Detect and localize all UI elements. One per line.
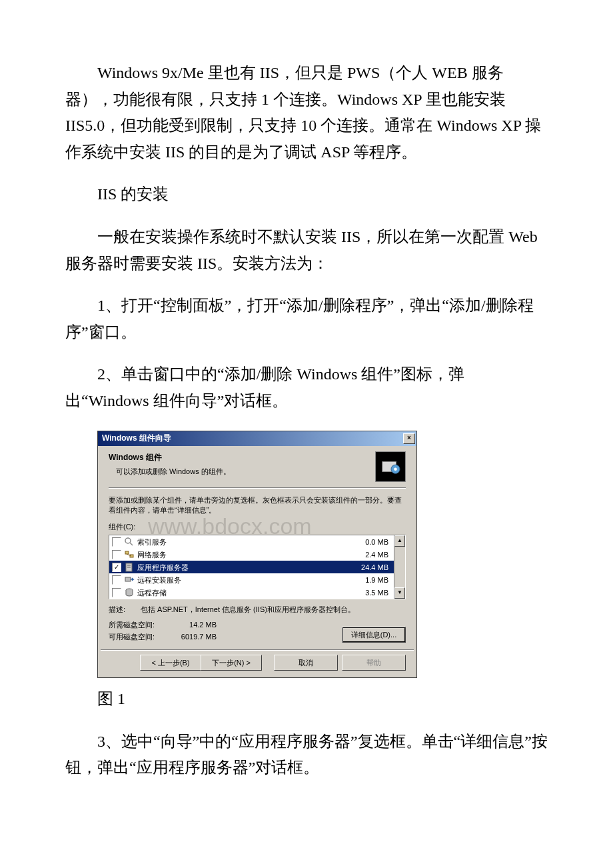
- next-button[interactable]: 下一步(N) >: [201, 655, 262, 671]
- paragraph-2-heading: IIS 的安装: [65, 181, 548, 208]
- dialog-subheading: 可以添加或删除 Windows 的组件。: [109, 465, 231, 477]
- details-button[interactable]: 详细信息(D)...: [342, 627, 406, 643]
- paragraph-5: 2、单击窗口中的“添加/删除 Windows 组件”图标，弹出“Windows …: [65, 361, 548, 414]
- close-button[interactable]: ×: [403, 433, 415, 444]
- svg-point-2: [394, 467, 397, 471]
- description-label: 描述:: [109, 603, 141, 615]
- scroll-up-button[interactable]: ▲: [394, 535, 405, 547]
- svg-rect-9: [127, 565, 131, 566]
- dialog-title: Windows 组件向导: [102, 432, 171, 445]
- components-label: 组件(C):: [109, 521, 406, 533]
- item-size: 0.0 MB: [348, 536, 391, 548]
- item-size: 2.4 MB: [348, 549, 391, 561]
- description-text: 包括 ASP.NET，Internet 信息服务 (IIS)和应用程序服务器控制…: [141, 603, 406, 615]
- cancel-button[interactable]: 取消: [274, 655, 338, 671]
- svg-rect-10: [127, 567, 131, 568]
- checkbox-unchecked[interactable]: [112, 550, 121, 559]
- network-icon: [124, 550, 135, 559]
- dialog-image: Windows 组件向导 × Windows 组件 可以添加或删除 Window…: [97, 431, 417, 678]
- item-size: 1.9 MB: [348, 574, 391, 586]
- storage-icon: [124, 588, 135, 597]
- help-button[interactable]: 帮助: [342, 655, 406, 671]
- scrollbar[interactable]: ▲ ▼: [394, 535, 405, 599]
- back-button[interactable]: < 上一步(B): [140, 655, 201, 671]
- checkbox-unchecked[interactable]: [112, 575, 121, 585]
- svg-rect-5: [125, 551, 129, 554]
- svg-line-4: [130, 543, 133, 545]
- item-label: 网络服务: [137, 549, 348, 561]
- figure-caption: 图 1: [65, 686, 548, 713]
- checkbox-unchecked[interactable]: [112, 588, 121, 597]
- item-label: 远程安装服务: [137, 574, 348, 586]
- checkbox-unchecked[interactable]: [112, 537, 121, 547]
- paragraph-1: Windows 9x/Me 里也有 IIS，但只是 PWS（个人 WEB 服务器…: [65, 60, 548, 165]
- windows-components-wizard-dialog: Windows 组件向导 × Windows 组件 可以添加或删除 Window…: [97, 431, 417, 678]
- list-item-indexing[interactable]: 索引服务 0.0 MB: [109, 535, 394, 548]
- magnifier-icon: [124, 537, 135, 547]
- space-free-label: 可用磁盘空间:: [109, 631, 157, 643]
- wizard-icon: [375, 451, 406, 482]
- scroll-down-button[interactable]: ▼: [394, 587, 405, 599]
- svg-rect-11: [125, 577, 131, 581]
- list-item-app-server[interactable]: ✓ 应用程序服务器 24.4 MB: [109, 561, 394, 573]
- list-item-remote-storage[interactable]: 远程存储 3.5 MB: [109, 586, 394, 599]
- item-label: 远程存储: [137, 587, 348, 599]
- server-icon: [124, 563, 135, 572]
- dialog-titlebar: Windows 组件向导 ×: [98, 431, 416, 446]
- space-required-label: 所需磁盘空间:: [109, 619, 157, 631]
- svg-point-3: [125, 538, 131, 543]
- paragraph-4: 1、打开“控制面板”，打开“添加/删除程序”，弹出“添加/删除程序”窗口。: [65, 293, 548, 345]
- item-label: 应用程序服务器: [137, 561, 348, 573]
- list-item-remote-install[interactable]: 远程安装服务 1.9 MB: [109, 573, 394, 586]
- paragraph-3: 一般在安装操作系统时不默认安装 IIS，所以在第一次配置 Web 服务器时需要安…: [65, 224, 548, 277]
- space-required-value: 14.2 MB: [157, 619, 217, 631]
- dialog-instructions: 要添加或删除某个组件，请单击旁边的复选框。灰色框表示只会安装该组件的一部分。要查…: [109, 495, 406, 516]
- dialog-heading: Windows 组件: [109, 451, 231, 465]
- checkbox-checked[interactable]: ✓: [112, 563, 121, 572]
- components-listbox[interactable]: 索引服务 0.0 MB 网络服务 2.4 MB ✓: [109, 535, 406, 599]
- remote-install-icon: [124, 575, 135, 585]
- list-item-network[interactable]: 网络服务 2.4 MB: [109, 548, 394, 561]
- item-size: 3.5 MB: [348, 587, 391, 599]
- space-free-value: 6019.7 MB: [157, 631, 217, 643]
- paragraph-6: 3、选中“向导”中的“应用程序服务器”复选框。单击“详细信息”按钮，弹出“应用程…: [65, 729, 548, 781]
- item-size: 24.4 MB: [348, 561, 391, 573]
- item-label: 索引服务: [137, 536, 348, 548]
